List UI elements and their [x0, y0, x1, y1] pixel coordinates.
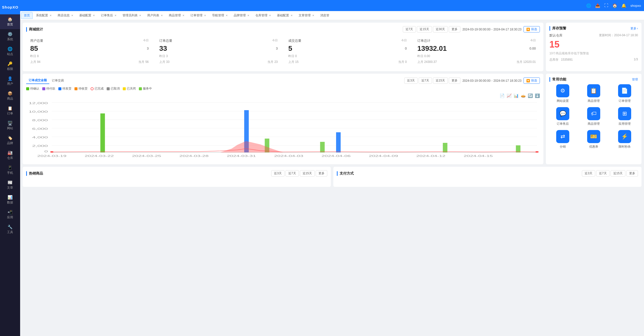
- func-item-2[interactable]: 📄 订单管理: [611, 84, 638, 103]
- tab-10[interactable]: 品牌管理✕: [231, 12, 252, 19]
- payment-filter-3[interactable]: 更多: [626, 170, 638, 177]
- tab-9[interactable]: 导航管理✕: [209, 12, 230, 19]
- chart-filter-button[interactable]: 🔽 筛选: [524, 77, 540, 84]
- sidebar-item-data[interactable]: 📊数据: [0, 192, 20, 207]
- stat-bottom-1: 上月 33 当月 23: [159, 60, 278, 64]
- sidebar-item-tools[interactable]: 🔧工具: [0, 222, 20, 237]
- chart-filter-1[interactable]: 近7天: [419, 77, 432, 84]
- sidebar-item-order[interactable]: 📋订单: [0, 103, 20, 118]
- tab-close-3[interactable]: ✕: [93, 14, 95, 17]
- sidebar-item-app[interactable]: 📲应用: [0, 207, 20, 222]
- legend-dot-7: [139, 87, 142, 90]
- tab-3[interactable]: 基础配置✕: [76, 12, 98, 19]
- func-item-3[interactable]: 💬 订单售后: [549, 107, 576, 126]
- chart-filter-0[interactable]: 近3天: [404, 77, 418, 84]
- sidebar-item-warehouse[interactable]: 🏭仓库: [0, 148, 20, 163]
- chart-tool-download[interactable]: ⬇️: [535, 93, 540, 98]
- svg-text:2024-03-22: 2024-03-22: [85, 155, 114, 157]
- tab-14[interactable]: 消息管: [317, 12, 332, 19]
- stats-filter-1[interactable]: 近15天: [417, 26, 432, 32]
- func-item-4[interactable]: 🏷 商品管理: [580, 107, 607, 126]
- func-item-7[interactable]: 🎫 优惠券: [580, 130, 607, 149]
- stats-filter-button[interactable]: 🔽 筛选: [524, 26, 540, 32]
- payment-filter-2[interactable]: 近15天: [611, 170, 625, 177]
- chart-tool-refresh[interactable]: 🔄: [528, 93, 533, 98]
- sidebar-item-mobile[interactable]: 📱手机: [0, 163, 20, 178]
- legend-item-1: 待付款: [42, 87, 55, 91]
- stats-filter-2[interactable]: 近30天: [433, 26, 448, 32]
- payment-filter-1[interactable]: 近7天: [596, 170, 610, 177]
- chart-filter-2[interactable]: 近15天: [433, 77, 448, 84]
- sidebar-item-brand[interactable]: 🏷️品牌: [0, 133, 20, 148]
- tab-1[interactable]: 系统配置✕: [33, 12, 54, 19]
- tab-close-5[interactable]: ✕: [139, 14, 141, 17]
- func-item-8[interactable]: ⚡ 限时秒杀: [611, 130, 638, 149]
- func-item-0[interactable]: ⚙ 网站设置: [549, 84, 576, 103]
- chart-tool-pie[interactable]: 🥧: [521, 93, 526, 98]
- func-item-5[interactable]: ⊞ 应用管理: [611, 107, 638, 126]
- translate-icon[interactable]: 🌐: [586, 3, 591, 8]
- tab-6[interactable]: 用户列表✕: [144, 12, 166, 19]
- common-funcs-manage[interactable]: 管理: [632, 77, 638, 82]
- stat-label-2: 成交总量: [288, 38, 301, 43]
- sidebar-item-article[interactable]: 📰文章: [0, 178, 20, 192]
- tab-close-4[interactable]: ✕: [114, 14, 116, 17]
- tab-close-9[interactable]: ✕: [226, 14, 228, 17]
- chart-tool-line[interactable]: 📈: [507, 93, 512, 98]
- tab-0[interactable]: 首页: [21, 12, 33, 19]
- chart-filter-3[interactable]: 更多: [449, 77, 460, 84]
- tab-close-6[interactable]: ✕: [161, 14, 163, 17]
- sidebar-item-user[interactable]: 👤用户: [0, 74, 20, 89]
- hot-filter-1[interactable]: 近7天: [286, 170, 299, 177]
- func-label-8: 限时秒杀: [619, 145, 631, 149]
- sidebar-item-website[interactable]: 🖥️网站: [0, 118, 20, 133]
- payment-filter-0[interactable]: 近3天: [582, 170, 595, 177]
- stat-yesterday-2: 昨日 0: [288, 54, 407, 58]
- stat-main-val-1: 33: [159, 45, 167, 53]
- inventory-more[interactable]: 更多 ›: [630, 26, 638, 31]
- tab-close-13[interactable]: ✕: [312, 14, 314, 17]
- tab-close-8[interactable]: ✕: [204, 14, 206, 17]
- stats-filter-0[interactable]: 近7天: [403, 26, 416, 32]
- home-icon[interactable]: 🏠: [612, 3, 617, 8]
- sidebar-item-permission[interactable]: 🔑权限: [0, 59, 20, 74]
- tab-13[interactable]: 文章管理✕: [296, 12, 317, 19]
- hot-filter-2[interactable]: 近15天: [300, 170, 315, 177]
- chart-tool-bar[interactable]: 📊: [514, 93, 519, 98]
- tab-label-3: 基础配置: [79, 13, 91, 18]
- tab-5[interactable]: 管理员列表✕: [120, 12, 144, 19]
- fullscreen-icon[interactable]: ⛶: [604, 3, 608, 8]
- tab-close-12[interactable]: ✕: [291, 14, 293, 17]
- sidebar-item-system[interactable]: ⚙️系统: [0, 29, 20, 44]
- func-item-1[interactable]: 📋 商品管理: [580, 84, 607, 103]
- chart-tool-table[interactable]: 📄: [500, 93, 505, 98]
- download-icon[interactable]: 📥: [595, 3, 600, 8]
- stat-today-val-2: 0: [405, 47, 407, 50]
- chart-legend: 待确认待付款待发货待收货已完成已取消已关闭服务中: [26, 87, 540, 91]
- tab-2[interactable]: 商店信息✕: [55, 12, 76, 19]
- notification-icon[interactable]: 🔔: [621, 3, 626, 8]
- sidebar-item-site[interactable]: 🌐站点: [0, 44, 20, 59]
- tab-close-7[interactable]: ✕: [182, 14, 184, 17]
- hot-filter-3[interactable]: 更多: [316, 170, 327, 177]
- sidebar-label-website: 网站: [7, 126, 13, 131]
- tab-close-10[interactable]: ✕: [247, 14, 249, 17]
- legend-dot-5: [107, 87, 110, 90]
- stats-filter-3[interactable]: 更多: [449, 26, 460, 32]
- tab-11[interactable]: 仓库管理✕: [253, 12, 274, 19]
- sidebar-item-goods[interactable]: 📦商品: [0, 89, 20, 103]
- chart-tab-amount[interactable]: 订单成交金额: [26, 77, 49, 84]
- chart-tab-transaction[interactable]: 订单交易: [49, 77, 66, 84]
- sidebar-icon-mobile: 📱: [8, 165, 13, 170]
- tab-7[interactable]: 商品管理✕: [166, 12, 187, 19]
- tab-close-1[interactable]: ✕: [50, 14, 52, 17]
- tab-4[interactable]: 订单售后✕: [98, 12, 119, 19]
- legend-dot-6: [123, 87, 126, 90]
- hot-filter-0[interactable]: 近3天: [271, 170, 285, 177]
- tab-close-11[interactable]: ✕: [269, 14, 271, 17]
- func-item-6[interactable]: ⇄ 分销: [549, 130, 576, 149]
- tab-8[interactable]: 订单管理✕: [188, 12, 209, 19]
- sidebar-item-home[interactable]: 🏠首页: [0, 14, 20, 29]
- tab-12[interactable]: 基础配置✕: [274, 12, 295, 19]
- tab-close-2[interactable]: ✕: [71, 14, 73, 17]
